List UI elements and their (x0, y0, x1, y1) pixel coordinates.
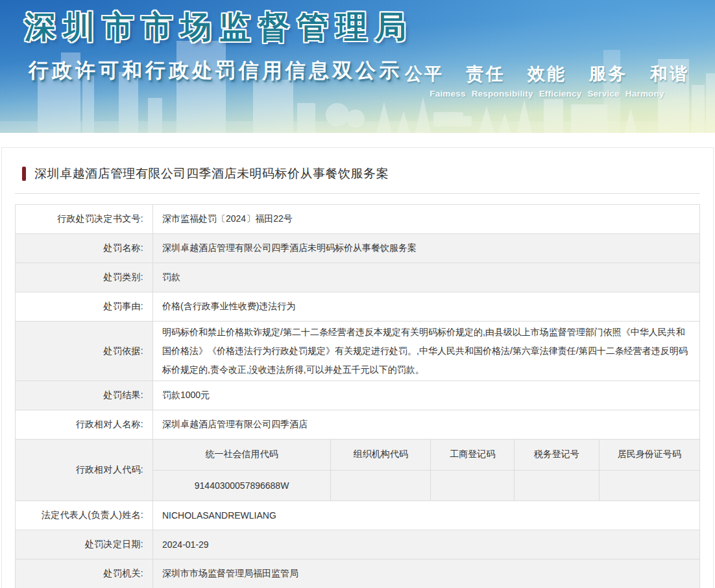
page-title: 深圳卓越酒店管理有限公司四季酒店未明码标价从事餐饮服务案 (34, 165, 389, 182)
row-label: 处罚机关: (16, 559, 153, 588)
row-penalty-name: 处罚名称: 深圳卓越酒店管理有限公司四季酒店未明码标价从事餐饮服务案 (16, 234, 700, 263)
row-label: 处罚决定日期: (16, 530, 153, 559)
penalty-info-table: 行政处罚决定书文号: 深市监福处罚〔2024〕福田22号 处罚名称: 深圳卓越酒… (15, 204, 700, 588)
row-value: NICHOLASANDREWLIANG (153, 501, 700, 530)
resident-id-code (599, 470, 699, 500)
row-value: 2024-01-29 (153, 530, 700, 559)
org-title: 深圳市市场监督管理局 (25, 6, 414, 48)
row-penalty-basis: 处罚依据: 明码标价和禁止价格欺诈规定/第二十二条经营者违反本规定有关明码标价规… (16, 322, 700, 381)
row-label: 处罚名称: (16, 234, 153, 263)
row-counterpart-name: 行政相对人名称: 深圳卓越酒店管理有限公司四季酒店 (16, 410, 700, 440)
row-counterpart-codes: 行政相对人代码: 统一社会信用代码 组织机构代码 工商登记码 税务登记号 居民身… (16, 440, 700, 501)
case-title-row: 深圳卓越酒店管理有限公司四季酒店未明码标价从事餐饮服务案 (15, 165, 700, 182)
slogan-chinese: 公平 责任 效能 服务 和谐 (405, 62, 689, 86)
row-label: 处罚事由: (16, 292, 153, 322)
row-label: 处罚类别: (16, 263, 153, 292)
row-label: 法定代表人(负责人)姓名: (16, 501, 153, 530)
codes-subtable: 统一社会信用代码 组织机构代码 工商登记码 税务登记号 居民身份证号码 9144… (153, 440, 699, 500)
code-column-header: 工商登记码 (431, 440, 515, 470)
row-value: 深圳市市场监督管理局福田监管局 (153, 559, 700, 588)
row-label: 处罚依据: (16, 322, 153, 381)
codes-subtable-cell: 统一社会信用代码 组织机构代码 工商登记码 税务登记号 居民身份证号码 9144… (153, 440, 700, 501)
row-label: 处罚结果: (16, 381, 153, 410)
row-value: 罚款1000元 (153, 381, 700, 410)
row-penalty-reason: 处罚事由: 价格(含行政事业性收费)违法行为 (16, 292, 700, 322)
codes-value-row: 91440300057896688W (153, 470, 699, 500)
slogan-english: Faimess Responsibility Efficiency Servic… (405, 89, 689, 99)
row-penalty-decision-date: 处罚决定日期: 2024-01-29 (16, 530, 700, 559)
title-divider (15, 193, 700, 194)
row-value: 明码标价和禁止价格欺诈规定/第二十二条经营者违反本规定有关明码标价规定的,由县级… (153, 322, 700, 381)
code-column-header: 税务登记号 (515, 440, 600, 470)
code-column-header: 组织机构代码 (331, 440, 431, 470)
row-penalty-category: 处罚类别: 罚款 (16, 263, 700, 292)
title-accent-bar (22, 167, 26, 181)
business-registration-code (431, 470, 515, 500)
row-penalty-doc-number: 行政处罚决定书文号: 深市监福处罚〔2024〕福田22号 (16, 205, 700, 234)
row-value: 价格(含行政事业性收费)违法行为 (153, 292, 700, 322)
row-value: 罚款 (153, 263, 700, 292)
org-institution-code (331, 470, 431, 500)
content-panel: 深圳卓越酒店管理有限公司四季酒店未明码标价从事餐饮服务案 行政处罚决定书文号: … (1, 147, 714, 588)
code-column-header: 居民身份证号码 (599, 440, 699, 470)
row-label: 行政相对人名称: (16, 410, 153, 440)
row-value: 深市监福处罚〔2024〕福田22号 (153, 205, 700, 234)
row-label: 行政处罚决定书文号: (16, 205, 153, 234)
tax-registration-code (515, 470, 600, 500)
row-value: 深圳卓越酒店管理有限公司四季酒店 (153, 410, 700, 440)
row-value: 深圳卓越酒店管理有限公司四季酒店未明码标价从事餐饮服务案 (153, 234, 700, 263)
row-penalty-result: 处罚结果: 罚款1000元 (16, 381, 700, 410)
row-label: 行政相对人代码: (16, 440, 153, 501)
code-column-header: 统一社会信用代码 (153, 440, 331, 470)
slogan-block: 公平 责任 效能 服务 和谐 Faimess Responsibility Ef… (405, 62, 689, 99)
row-legal-representative: 法定代表人(负责人)姓名: NICHOLASANDREWLIANG (16, 501, 700, 530)
header-banner: 深圳市市场监督管理局 行政许可和行政处罚信用信息双公示 公平 责任 效能 服务 … (0, 0, 715, 133)
unified-social-credit-code: 91440300057896688W (153, 470, 331, 500)
row-penalty-authority: 处罚机关: 深圳市市场监督管理局福田监管局 (16, 559, 700, 588)
codes-header-row: 统一社会信用代码 组织机构代码 工商登记码 税务登记号 居民身份证号码 (153, 440, 699, 470)
banner-subtitle: 行政许可和行政处罚信用信息双公示 (29, 57, 402, 84)
